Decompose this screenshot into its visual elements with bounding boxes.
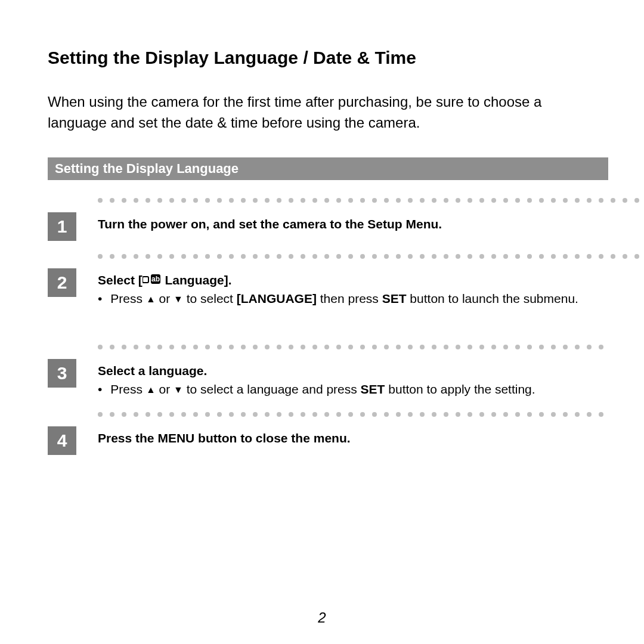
text-bold: SET — [382, 292, 407, 305]
step-number-badge: 4 — [48, 426, 76, 455]
arrow-up-icon — [146, 382, 156, 396]
step-number-badge: 1 — [48, 212, 76, 241]
step-number-badge: 2 — [48, 268, 76, 297]
text: to select a language and press — [183, 382, 361, 396]
dotted-divider — [98, 194, 644, 206]
text: then press — [317, 292, 382, 305]
steps-column: 1 Turn the power on, and set the camera … — [48, 191, 644, 318]
step-body: Turn the power on, and set the camera to… — [98, 212, 644, 234]
language-icon: ab — [143, 273, 162, 286]
dotted-divider — [98, 341, 608, 353]
text: or — [156, 292, 174, 305]
arrow-down-icon — [174, 292, 183, 305]
text-bold: [LANGUAGE] — [237, 292, 317, 305]
steps-column-wide: 3 Select a language. Press or to select … — [48, 341, 608, 455]
step-2: 2 Select [ab Language]. Press or to sele… — [48, 268, 644, 308]
text: Press — [110, 382, 146, 396]
step-heading: Press the MENU button to close the menu. — [98, 431, 351, 445]
manual-page: Setting the Display Language / Date & Ti… — [0, 0, 644, 644]
dotted-divider — [98, 250, 644, 262]
step-body: Press the MENU button to close the menu. — [98, 426, 608, 448]
step-heading-suffix: Language]. — [162, 273, 232, 287]
dotted-divider — [98, 408, 608, 420]
arrow-down-icon — [174, 382, 183, 396]
step-heading: Turn the power on, and set the camera to… — [98, 217, 442, 231]
text: Press — [110, 292, 146, 305]
page-title: Setting the Display Language / Date & Ti… — [48, 48, 608, 68]
section-subheader: Setting the Display Language — [48, 157, 608, 180]
step-heading-prefix: Select [ — [98, 273, 143, 287]
step-body: Select [ab Language]. Press or to select… — [98, 268, 644, 308]
text: button to apply the setting. — [385, 382, 535, 396]
text: to select — [183, 292, 233, 305]
arrow-up-icon — [146, 292, 156, 305]
svg-text:ab: ab — [151, 275, 160, 283]
text: or — [156, 382, 174, 396]
page-number: 2 — [0, 609, 644, 626]
step-1: 1 Turn the power on, and set the camera … — [48, 212, 644, 241]
step-3: 3 Select a language. Press or to select … — [48, 359, 608, 399]
svg-rect-0 — [143, 277, 148, 283]
step-body: Select a language. Press or to select a … — [98, 359, 608, 399]
text: button to launch the submenu. — [407, 292, 578, 305]
intro-text: When using the camera for the first time… — [48, 92, 608, 134]
step-heading: Select a language. — [98, 364, 207, 377]
content-row: 1 Turn the power on, and set the camera … — [48, 191, 608, 338]
step-4: 4 Press the MENU button to close the men… — [48, 426, 608, 455]
step-number-badge: 3 — [48, 359, 76, 388]
text-bold: SET — [361, 382, 385, 396]
